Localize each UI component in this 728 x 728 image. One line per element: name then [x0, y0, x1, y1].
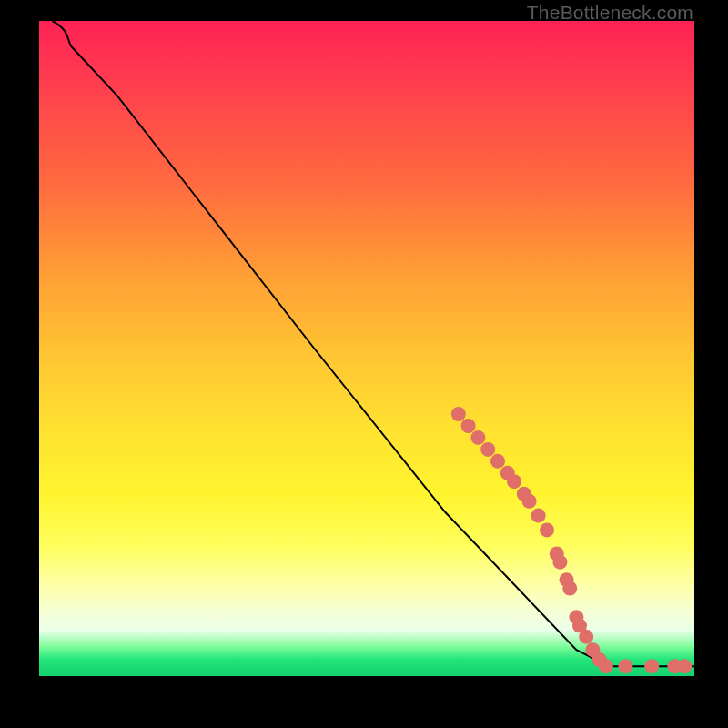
- chart-point: [677, 659, 692, 673]
- chart-point: [562, 581, 577, 596]
- chart-point: [507, 474, 521, 489]
- chart-curve: [52, 21, 694, 666]
- chart-points: [451, 407, 692, 673]
- chart-svg: [39, 21, 694, 676]
- chart-point: [552, 555, 567, 570]
- chart-point: [540, 522, 554, 537]
- chart-point: [599, 659, 613, 673]
- chart-point: [579, 630, 593, 644]
- chart-point: [531, 509, 546, 523]
- chart-point: [480, 442, 495, 457]
- chart-point: [470, 430, 485, 445]
- chart-point: [490, 454, 505, 469]
- chart-point: [644, 659, 659, 673]
- chart-point: [461, 419, 476, 433]
- chart-point: [451, 407, 466, 421]
- chart-point: [522, 494, 537, 509]
- chart-point: [618, 659, 632, 673]
- chart-frame: TheBottleneck.com: [0, 0, 728, 728]
- chart-plot-area: [39, 21, 694, 676]
